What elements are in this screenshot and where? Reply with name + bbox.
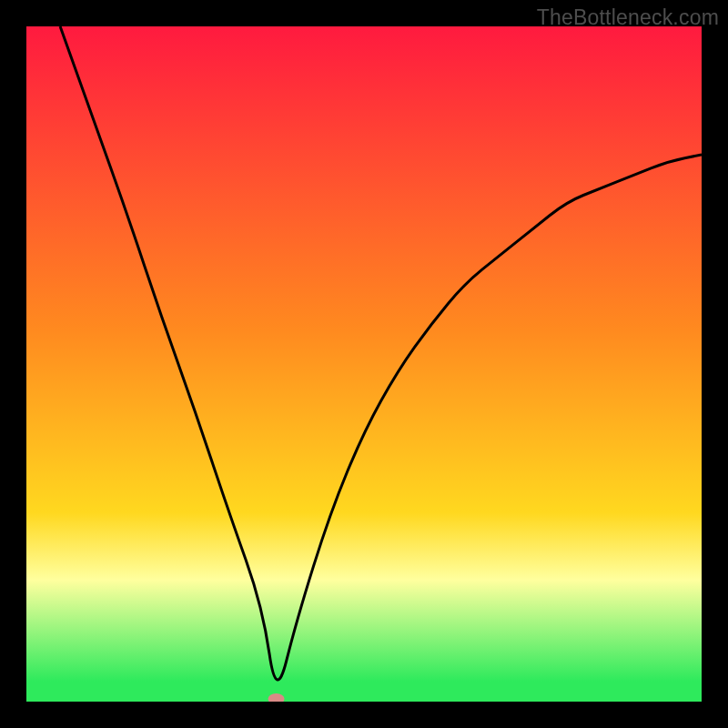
plot-area (26, 26, 702, 702)
gradient-background (26, 26, 702, 702)
plot-svg (26, 26, 702, 702)
watermark-text: TheBottleneck.com (537, 5, 719, 30)
chart-frame: TheBottleneck.com (0, 0, 728, 728)
